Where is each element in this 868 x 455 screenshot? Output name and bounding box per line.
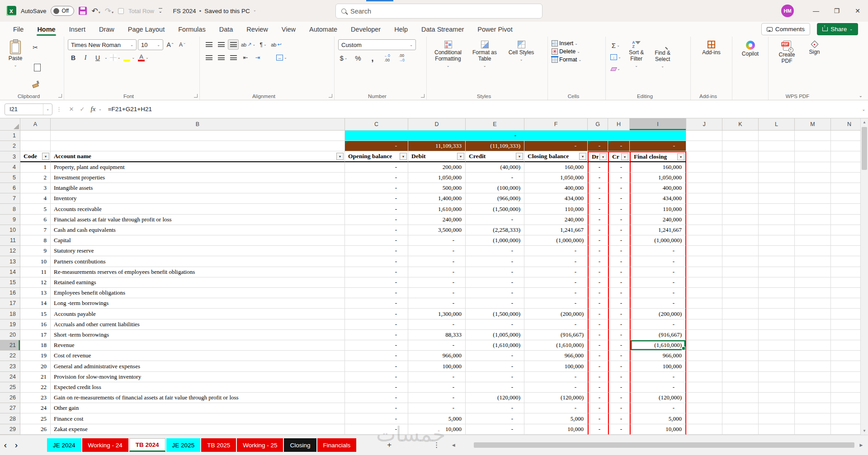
cell-A28[interactable]: 25 [20,413,51,424]
cell-H5[interactable]: - [608,173,630,183]
cell-G22[interactable]: - [588,351,608,361]
cell-B13[interactable]: Partners contributions [51,256,345,267]
decrease-decimal-button[interactable]: .00→0 [396,53,407,63]
cell-M20[interactable] [795,330,831,340]
search-bar[interactable] [335,4,542,19]
cell-I4[interactable]: 160,000 [630,162,686,173]
cell-M22[interactable] [795,351,831,361]
cell-G16[interactable]: - [588,288,608,298]
cell-E2[interactable]: (11,109,333) [466,141,524,151]
cell-M11[interactable] [795,235,831,246]
paste-button[interactable]: Paste ⌄ [4,39,27,91]
number-format-select[interactable]: Custom ⌄ [338,39,416,50]
cell-B28[interactable]: Finance cost [51,413,345,424]
cell-D21[interactable]: - [408,340,466,351]
cell-B9[interactable]: Financial assets at fair value through p… [51,215,345,225]
cell-E11[interactable]: (1,000,000) [466,235,524,246]
sheet-tab-financials[interactable]: Financials [317,438,357,452]
cell-J22[interactable] [686,351,722,361]
percent-format-button[interactable]: % [353,53,363,63]
align-left-button[interactable] [203,52,214,63]
cell-G27[interactable]: - [588,403,608,413]
cell-C21[interactable]: - [345,340,408,351]
header-cell-H3[interactable]: Cr▾ [608,151,630,162]
filter-icon[interactable]: ▾ [42,153,49,160]
cell-B19[interactable]: Accruals and other current liabilities [51,319,345,330]
cell-L17[interactable] [759,298,795,309]
cell-M5[interactable] [795,173,831,183]
cell-B10[interactable]: Cash and cash equivalents [51,225,345,235]
font-size-select[interactable]: 10 ⌄ [138,39,163,50]
cell-K8[interactable] [722,204,759,214]
cell-F22[interactable]: 966,000 [524,351,588,361]
header-cell-D3[interactable]: Debit▾ [408,151,466,162]
cell-L2[interactable] [759,141,795,151]
cell-H11[interactable]: - [608,235,630,246]
cell-H24[interactable]: - [608,372,630,382]
cell-G9[interactable]: - [588,215,608,225]
row-header-25[interactable]: 25 [0,382,20,393]
cell-K12[interactable] [722,246,759,256]
copy-button[interactable] [30,61,41,71]
cell-G21[interactable]: - [588,340,608,351]
cell-E12[interactable]: - [466,246,524,256]
cell-L22[interactable] [759,351,795,361]
cell-G15[interactable]: - [588,277,608,288]
cell-M12[interactable] [795,246,831,256]
cell-E27[interactable]: - [466,403,524,413]
header-cell-B3[interactable]: Account name▾ [51,151,345,162]
cell-C9[interactable]: - [345,215,408,225]
search-input[interactable] [350,8,537,15]
cell-H12[interactable]: - [608,246,630,256]
decrease-indent-button[interactable]: ⇤ [240,52,251,63]
filter-icon[interactable]: ▾ [677,153,684,160]
row-header-12[interactable]: 12 [0,246,20,256]
cell-H10[interactable]: - [608,225,630,235]
cell-A6[interactable]: 3 [20,183,51,193]
conditional-formatting-button[interactable]: Conditional Formatting⌄ [430,39,466,68]
cell-F9[interactable]: 240,000 [524,215,588,225]
format-button[interactable]: Format⌄ [552,56,581,63]
enter-entry-button[interactable]: ✓ [77,106,88,113]
row-header-4[interactable]: 4 [0,162,20,173]
cell-M16[interactable] [795,288,831,298]
cell-G26[interactable]: - [588,393,608,403]
cell-M21[interactable] [795,340,831,351]
cell-G6[interactable]: - [588,183,608,193]
cell-G24[interactable]: - [588,372,608,382]
cell-B2[interactable] [51,141,345,151]
comments-button[interactable]: Comments [761,23,810,35]
cell-E29[interactable]: - [466,424,524,435]
sheet-tab-tb-2024[interactable]: TB 2024 [129,438,165,452]
cell-A14[interactable]: 11 [20,267,51,277]
name-box[interactable]: I21 ⌄ [5,103,52,115]
cell-G5[interactable]: - [588,173,608,183]
cell-M3[interactable] [795,151,831,162]
cell-D15[interactable]: - [408,277,466,288]
ribbon-tab-insert[interactable]: Insert [63,23,91,35]
cell-L23[interactable] [759,361,795,371]
cell-H16[interactable]: - [608,288,630,298]
close-button[interactable]: ✕ [847,0,868,22]
row-header-23[interactable]: 23 [0,361,20,371]
cell-E23[interactable]: - [466,361,524,371]
cell-K23[interactable] [722,361,759,371]
sheet-tab-working---24[interactable]: Working - 24 [82,438,128,452]
row-header-6[interactable]: 6 [0,183,20,193]
cell-A17[interactable]: 14 [20,298,51,309]
cell-F20[interactable]: (916,667) [524,330,588,340]
cell-J11[interactable] [686,235,722,246]
column-header-I[interactable]: I [630,118,686,131]
cell-K15[interactable] [722,277,759,288]
cell-B5[interactable]: Investment properties [51,173,345,183]
cell-L14[interactable] [759,267,795,277]
cell-A7[interactable]: 4 [20,193,51,204]
cell-I29[interactable]: 10,000 [630,424,686,435]
cell-I9[interactable]: 240,000 [630,215,686,225]
cell-C29[interactable]: - [345,424,408,435]
avatar[interactable]: HM [781,5,794,17]
cell-L10[interactable] [759,225,795,235]
row-header-5[interactable]: 5 [0,173,20,183]
cell-C11[interactable]: - [345,235,408,246]
cell-F28[interactable]: 5,000 [524,413,588,424]
